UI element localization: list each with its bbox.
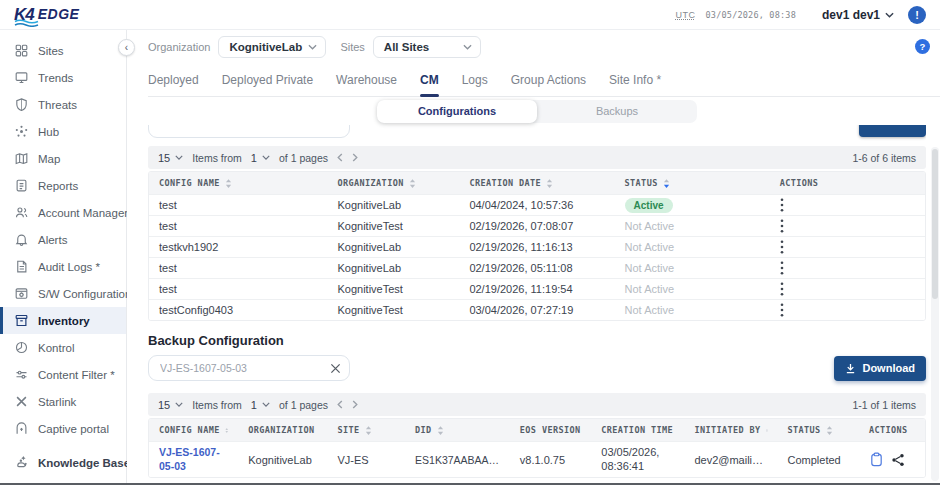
sort-icon[interactable] bbox=[409, 178, 416, 189]
sidebar-item-label: Kontrol bbox=[38, 342, 74, 354]
organization-cell: KognitiveLab bbox=[327, 199, 459, 211]
sidebar-item-account-management[interactable]: Account Management bbox=[0, 199, 126, 226]
organization-cell: KognitiveLab bbox=[327, 241, 459, 253]
sidebar-item-sw-configuration[interactable]: S/W Configuration bbox=[0, 280, 126, 307]
chevron-down-icon bbox=[175, 402, 183, 407]
organization-cell: KognitiveTest bbox=[327, 220, 459, 232]
sort-icon[interactable] bbox=[826, 425, 833, 436]
items-from-label: Items from bbox=[192, 399, 242, 411]
next-page-button[interactable] bbox=[352, 153, 358, 162]
hub-icon bbox=[14, 124, 29, 139]
config-name-cell: testkvh1902 bbox=[149, 241, 327, 253]
scrollbar[interactable] bbox=[931, 147, 939, 481]
chevron-right-icon bbox=[352, 400, 358, 409]
column-eos-version: EOS Version bbox=[510, 425, 591, 436]
organization-value: KognitiveLab bbox=[229, 41, 302, 53]
sort-icon-descending[interactable] bbox=[663, 178, 670, 189]
tab-bar: Deployed Deployed Private Warehouse CM L… bbox=[148, 63, 940, 97]
page-select[interactable]: 1 bbox=[251, 152, 270, 164]
gear-box-icon bbox=[14, 286, 29, 301]
scrollbar-thumb[interactable] bbox=[932, 149, 938, 299]
sort-icon[interactable] bbox=[546, 178, 553, 189]
sidebar-item-hub[interactable]: Hub bbox=[0, 118, 126, 145]
subtab-configurations[interactable]: Configurations bbox=[377, 100, 537, 123]
backup-search-box bbox=[148, 355, 350, 381]
sidebar-item-kontrol[interactable]: Kontrol bbox=[0, 334, 126, 361]
prev-page-button[interactable] bbox=[337, 153, 343, 162]
share-icon[interactable] bbox=[891, 453, 905, 467]
utc-label[interactable]: UTC bbox=[676, 10, 696, 20]
sidebar-item-content-filter[interactable]: Content Filter * bbox=[0, 361, 126, 388]
tab-warehouse[interactable]: Warehouse bbox=[336, 63, 397, 96]
main-content: Organization KognitiveLab Sites All Site… bbox=[127, 30, 940, 484]
chevron-left-icon bbox=[337, 153, 343, 162]
sidebar-item-threats[interactable]: Threats bbox=[0, 91, 126, 118]
starlink-x-icon bbox=[14, 394, 29, 409]
users-icon bbox=[14, 205, 29, 220]
sidebar-item-map[interactable]: Map bbox=[0, 145, 126, 172]
tab-cm[interactable]: CM bbox=[420, 63, 439, 96]
sidebar-item-alerts[interactable]: Alerts bbox=[0, 226, 126, 253]
backup-search-input[interactable] bbox=[160, 362, 324, 374]
app-logo[interactable]: K4 EDGE bbox=[14, 6, 79, 23]
sort-icon[interactable] bbox=[225, 425, 229, 436]
config-search-input[interactable] bbox=[148, 125, 350, 138]
sort-icon[interactable] bbox=[766, 425, 768, 436]
help-icon[interactable] bbox=[915, 39, 930, 54]
page-select[interactable]: 1 bbox=[251, 399, 270, 411]
sidebar-item-inventory[interactable]: Inventory bbox=[0, 307, 126, 334]
sort-icon[interactable] bbox=[225, 178, 232, 189]
subtab-backups[interactable]: Backups bbox=[537, 100, 697, 123]
sidebar-item-reports[interactable]: Reports bbox=[0, 172, 126, 199]
sidebar-item-audit-logs[interactable]: Audit Logs * bbox=[0, 253, 126, 280]
avatar[interactable] bbox=[908, 6, 926, 24]
page-size-select[interactable]: 15 bbox=[158, 399, 183, 411]
shield-icon bbox=[14, 97, 29, 112]
clear-search-icon[interactable] bbox=[330, 363, 341, 374]
sites-select[interactable]: All Sites bbox=[373, 36, 481, 58]
sidebar-item-knowledge-base[interactable]: Knowledge Base bbox=[0, 449, 125, 476]
row-menu-icon[interactable] bbox=[780, 291, 915, 321]
sidebar-item-label: Content Filter * bbox=[38, 369, 115, 381]
sidebar-item-trends[interactable]: Trends bbox=[0, 64, 126, 91]
column-actions: Actions bbox=[859, 425, 925, 435]
sidebar-item-starlink[interactable]: Starlink bbox=[0, 388, 126, 415]
did-cell: ES1K37AABAA001607 bbox=[405, 454, 510, 466]
status-text: Not Active bbox=[625, 220, 675, 232]
status-text: Not Active bbox=[625, 241, 675, 253]
tab-group-actions[interactable]: Group Actions bbox=[511, 63, 586, 96]
table-row[interactable]: testConfig0403 KognitiveTest 03/04/2026,… bbox=[149, 299, 925, 320]
bell-icon bbox=[14, 232, 29, 247]
user-menu[interactable]: dev1 dev1 bbox=[822, 8, 894, 22]
creation-date-cell: 02/19/2026, 11:19:54 bbox=[459, 283, 614, 295]
organization-select[interactable]: KognitiveLab bbox=[218, 36, 326, 58]
sort-icon[interactable] bbox=[437, 425, 444, 436]
prev-page-button[interactable] bbox=[337, 400, 343, 409]
sidebar-item-label: Knowledge Base bbox=[38, 457, 130, 469]
page-size-select[interactable]: 15 bbox=[158, 152, 183, 164]
chevron-down-icon bbox=[885, 12, 894, 18]
sort-icon[interactable] bbox=[365, 425, 372, 436]
sidebar-collapse-button[interactable] bbox=[118, 39, 135, 56]
sidebar-item-captive-portal[interactable]: Captive portal bbox=[0, 415, 126, 442]
initiated-by-cell: dev2@mailinator... bbox=[684, 454, 777, 466]
sidebar-item-label: Captive portal bbox=[38, 423, 109, 435]
backup-toolbar: Download bbox=[148, 355, 926, 381]
column-did: DID bbox=[405, 425, 510, 436]
eos-version-cell: v8.1.0.75 bbox=[510, 454, 591, 466]
download-button[interactable]: Download bbox=[834, 356, 926, 381]
tab-site-info[interactable]: Site Info * bbox=[609, 63, 661, 96]
next-page-button[interactable] bbox=[352, 400, 358, 409]
table-row[interactable]: VJ-ES-1607-05-03 KognitiveLab VJ-ES ES1K… bbox=[149, 441, 925, 477]
sidebar-item-sites[interactable]: Sites bbox=[0, 37, 126, 64]
site-cell: VJ-ES bbox=[327, 454, 405, 466]
primary-action-button[interactable] bbox=[859, 125, 926, 137]
config-name-cell: test bbox=[149, 283, 327, 295]
column-creation-time: Creation Time bbox=[591, 425, 684, 436]
copy-icon[interactable] bbox=[869, 452, 884, 467]
download-label: Download bbox=[862, 362, 915, 374]
tab-deployed[interactable]: Deployed bbox=[148, 63, 199, 96]
tab-logs[interactable]: Logs bbox=[462, 63, 488, 96]
tab-deployed-private[interactable]: Deployed Private bbox=[222, 63, 313, 96]
backup-name-link[interactable]: VJ-ES-1607-05-03 bbox=[159, 446, 220, 472]
